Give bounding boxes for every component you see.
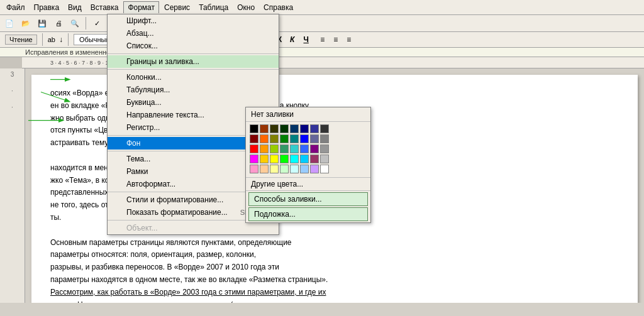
menu-font-label: Шрифт... xyxy=(126,16,157,25)
color-swatch[interactable] xyxy=(320,124,329,133)
color-swatch[interactable] xyxy=(250,165,258,173)
color-row xyxy=(250,155,367,163)
reading-mode-btn[interactable]: Чтение xyxy=(5,35,37,45)
menu-insert[interactable]: Вставка xyxy=(87,2,123,13)
fill-ways-btn[interactable]: Способы заливки... xyxy=(248,192,368,206)
color-grid xyxy=(246,122,370,177)
menu-object-label: Объект... xyxy=(126,224,158,232)
print-btn[interactable]: 🖨 xyxy=(52,16,65,30)
more-colors-btn[interactable]: Другие цвета... xyxy=(246,177,370,190)
new-btn[interactable]: 📄 xyxy=(3,16,16,30)
menu-list[interactable]: Список... xyxy=(108,40,279,52)
color-swatch[interactable] xyxy=(320,144,329,153)
color-swatch[interactable] xyxy=(290,134,299,143)
menu-textdir-label: Направление текста... xyxy=(126,111,204,119)
color-swatch[interactable] xyxy=(290,155,299,163)
open-btn[interactable]: 📂 xyxy=(19,16,33,30)
color-swatch[interactable] xyxy=(280,165,289,173)
menu-columns[interactable]: Колонки... xyxy=(108,71,279,84)
menu-view[interactable]: Вид xyxy=(64,2,86,13)
align-buttons: ≡ ≡ ≡ xyxy=(316,33,355,46)
color-swatch[interactable] xyxy=(300,144,309,153)
menu-edit[interactable]: Правка xyxy=(30,2,64,13)
color-swatch[interactable] xyxy=(280,144,289,153)
ruler: 3 · 4 · 5 · 6 · 7 · 8 · 9 · 10 · 11 · 12… xyxy=(0,57,644,68)
color-swatch[interactable] xyxy=(280,134,289,143)
color-swatch[interactable] xyxy=(260,144,269,153)
color-swatch[interactable] xyxy=(290,124,299,133)
color-swatch[interactable] xyxy=(310,155,319,163)
spell-btn[interactable]: ✓ xyxy=(90,16,104,30)
color-row xyxy=(250,134,367,143)
align-right-btn[interactable]: ≡ xyxy=(343,33,355,46)
color-swatch[interactable] xyxy=(270,144,279,153)
no-fill-btn[interactable]: Нет заливки xyxy=(246,107,370,122)
color-row xyxy=(250,124,367,133)
menu-help[interactable]: Справка xyxy=(260,2,297,13)
color-swatch[interactable] xyxy=(250,124,258,133)
menu-showformat-label: Показать форматирование... xyxy=(126,208,228,217)
color-swatch[interactable] xyxy=(280,155,289,163)
italic-btn[interactable]: К xyxy=(286,33,299,46)
doc-para-13: разрывы, и разбивка переносов. В «Ворде»… xyxy=(50,261,619,274)
color-swatch[interactable] xyxy=(250,134,258,143)
color-swatch[interactable] xyxy=(320,165,329,173)
color-swatch[interactable] xyxy=(290,165,299,173)
color-swatch[interactable] xyxy=(270,165,279,173)
menu-case-label: Регистр... xyxy=(126,123,160,132)
menu-tab-label: Табуляция... xyxy=(126,85,170,94)
color-swatch[interactable] xyxy=(260,155,269,163)
color-swatch[interactable] xyxy=(270,155,279,163)
save-btn[interactable]: 💾 xyxy=(35,16,49,30)
color-swatch[interactable] xyxy=(260,124,269,133)
menu-frames-label: Рамки xyxy=(126,167,148,176)
color-swatch[interactable] xyxy=(300,124,309,133)
color-swatch[interactable] xyxy=(270,124,279,133)
menu-table[interactable]: Таблица xyxy=(195,2,232,13)
menu-file[interactable]: Файл xyxy=(3,2,29,13)
menu-para[interactable]: Абзац... xyxy=(108,27,279,40)
color-swatch[interactable] xyxy=(260,134,269,143)
color-swatch[interactable] xyxy=(300,165,309,173)
sep-1 xyxy=(108,53,279,54)
arrow-icon: ↓ xyxy=(59,35,63,44)
color-swatch[interactable] xyxy=(280,124,289,133)
submenu-sep xyxy=(246,190,370,191)
color-swatch[interactable] xyxy=(320,134,329,143)
menu-window[interactable]: Окно xyxy=(233,2,258,13)
menu-service[interactable]: Сервис xyxy=(160,2,194,13)
color-swatch[interactable] xyxy=(310,144,319,153)
menu-dropcap-label: Буквица... xyxy=(126,98,162,107)
align-center-btn[interactable]: ≡ xyxy=(330,33,342,46)
menu-tab[interactable]: Табуляция... xyxy=(108,84,279,96)
color-swatch[interactable] xyxy=(310,124,319,133)
doc-para-11: Основным параметры страницы являются пун… xyxy=(50,237,619,249)
left-sidebar: 3·· xyxy=(0,68,25,303)
menu-format[interactable]: Формат xyxy=(123,1,159,13)
menu-styles-label: Стили и форматирование... xyxy=(126,195,223,204)
menu-borders[interactable]: Границы и заливка... xyxy=(108,55,279,68)
color-swatch[interactable] xyxy=(250,155,258,163)
menu-object[interactable]: Объект... xyxy=(108,222,279,234)
color-swatch[interactable] xyxy=(320,155,329,163)
doc-para-12: параметры относятся: поля, ориентация, р… xyxy=(50,249,619,261)
color-swatch[interactable] xyxy=(310,165,319,173)
color-swatch[interactable] xyxy=(270,134,279,143)
ab-icon: ab xyxy=(48,36,55,43)
podlozhka-btn[interactable]: Подложка... xyxy=(248,207,368,221)
color-row xyxy=(250,144,367,153)
underline-btn[interactable]: Ч xyxy=(300,33,313,46)
sep5 xyxy=(68,33,69,46)
color-swatch[interactable] xyxy=(300,134,309,143)
doc-para-15: Рассмотрим, как работать в «Ворде» 2003 … xyxy=(50,286,619,299)
toolbar: 📄 📂 💾 🖨 🔍 ✓ ✂ 📋 📌 ↩ ↪ xyxy=(0,15,644,32)
mode-bar: Чтение ab ↓ Обычный ▼ Times New Roman ▼ … xyxy=(0,32,644,48)
color-swatch[interactable] xyxy=(260,165,269,173)
menu-font[interactable]: Шрифт... xyxy=(108,14,279,27)
color-swatch[interactable] xyxy=(310,134,319,143)
color-swatch[interactable] xyxy=(290,144,299,153)
preview-btn[interactable]: 🔍 xyxy=(68,16,82,30)
align-left-btn[interactable]: ≡ xyxy=(316,33,329,46)
color-swatch[interactable] xyxy=(250,144,258,153)
color-swatch[interactable] xyxy=(300,155,309,163)
